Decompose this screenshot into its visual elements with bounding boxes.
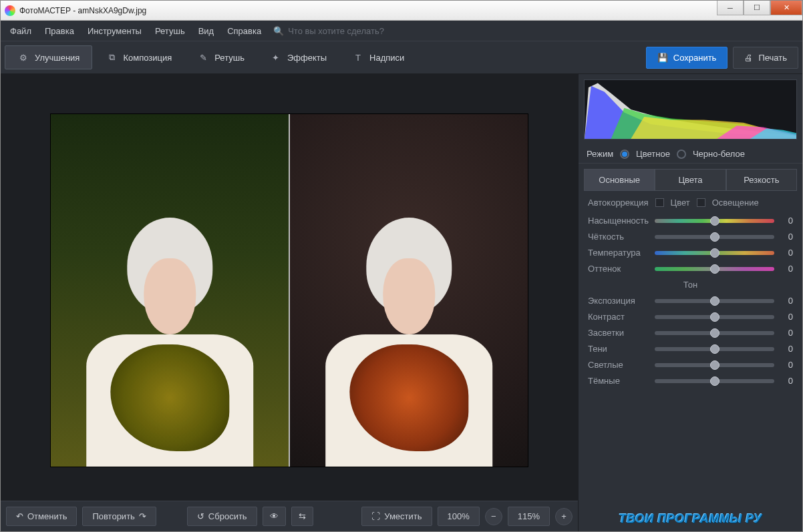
slider-thumb[interactable] <box>710 232 719 242</box>
reset-label: Сбросить <box>208 511 247 521</box>
minimize-button[interactable]: ─ <box>717 1 744 15</box>
slider-track[interactable] <box>655 299 774 303</box>
bottom-bar: ↶Отменить Повторить↷ ↺Сбросить 👁 ⇆ ⛶Умес… <box>1 501 578 531</box>
app-icon <box>5 5 15 16</box>
tone-section-title: Тон <box>588 280 793 290</box>
side-tab-sharp[interactable]: Резкость <box>726 169 797 191</box>
zoom-actual-display[interactable]: 115% <box>508 507 550 526</box>
slider-track[interactable] <box>655 347 774 351</box>
slider-thumb[interactable] <box>710 216 719 226</box>
slider-thumb[interactable] <box>710 328 719 338</box>
tab-captions[interactable]: TНадписи <box>340 46 416 69</box>
slider-thumb[interactable] <box>710 312 719 322</box>
autocorrect-label: Автокоррекция <box>588 198 649 208</box>
fit-button[interactable]: ⛶Уместить <box>361 507 432 526</box>
slider-label: Оттенок <box>588 264 648 274</box>
tab-retouch-label: Ретушь <box>214 53 245 63</box>
save-button[interactable]: 💾Сохранить <box>646 47 728 69</box>
zoom-out-button[interactable]: − <box>485 508 502 525</box>
slider-track[interactable] <box>655 267 774 271</box>
slider-track[interactable] <box>655 251 774 255</box>
preview-before <box>51 114 289 467</box>
tab-retouch[interactable]: ✎Ретушь <box>185 46 257 69</box>
slider-thumb[interactable] <box>710 376 719 386</box>
print-icon: 🖨 <box>744 53 753 63</box>
tab-composition-label: Композиция <box>123 53 172 63</box>
slider-track[interactable] <box>655 219 774 223</box>
tab-effects-label: Эффекты <box>287 53 327 63</box>
menu-tools[interactable]: Инструменты <box>81 22 148 40</box>
menu-edit[interactable]: Правка <box>38 22 81 40</box>
mode-bw-label[interactable]: Черно-белое <box>693 149 745 159</box>
slider-label: Чёткость <box>588 232 648 242</box>
mode-color-label[interactable]: Цветное <box>636 149 670 159</box>
side-tab-colors[interactable]: Цвета <box>655 169 726 191</box>
print-label: Печать <box>758 53 787 63</box>
slider-label: Засветки <box>588 328 648 338</box>
auto-light-label[interactable]: Освещение <box>712 198 759 208</box>
slider-row: Светлые 0 <box>588 360 793 370</box>
redo-label: Повторить <box>92 511 134 521</box>
zoom-fit-display[interactable]: 100% <box>438 507 480 526</box>
slider-thumb[interactable] <box>710 344 719 354</box>
auto-light-checkbox[interactable] <box>697 198 705 207</box>
auto-color-checkbox[interactable] <box>655 198 664 207</box>
slider-thumb[interactable] <box>710 296 719 306</box>
slider-value: 0 <box>781 296 793 306</box>
slider-label: Светлые <box>588 360 648 370</box>
slider-track[interactable] <box>655 235 774 239</box>
slider-row: Насыщенность 0 <box>588 216 793 226</box>
slider-track[interactable] <box>655 379 774 383</box>
maximize-button[interactable]: ☐ <box>744 1 770 15</box>
tab-enhance[interactable]: ⚙Улучшения <box>5 45 92 69</box>
menu-retouch[interactable]: Ретушь <box>148 22 192 40</box>
side-tab-basic[interactable]: Основные <box>584 169 655 191</box>
menubar: Файл Правка Инструменты Ретушь Вид Справ… <box>1 21 802 41</box>
slider-thumb[interactable] <box>710 264 719 274</box>
window-title: ФотоМАСТЕР - amNskXA9gDw.jpg <box>19 6 717 15</box>
slider-thumb[interactable] <box>710 248 719 258</box>
reset-button[interactable]: ↺Сбросить <box>187 507 257 526</box>
auto-color-label[interactable]: Цвет <box>671 198 690 208</box>
slider-row: Температура 0 <box>588 248 793 258</box>
slider-track[interactable] <box>655 315 774 319</box>
zoom-in-button[interactable]: + <box>555 508 573 525</box>
image-split-preview[interactable] <box>50 113 528 467</box>
slider-track[interactable] <box>655 363 774 367</box>
search-input[interactable]: Что вы хотите сделать? <box>288 26 384 36</box>
slider-label: Тёмные <box>588 376 648 386</box>
undo-icon: ↶ <box>16 511 23 521</box>
preview-toggle-button[interactable]: 👁 <box>263 507 286 526</box>
slider-track[interactable] <box>655 331 774 335</box>
tab-composition[interactable]: ⧉Композиция <box>94 46 184 69</box>
slider-label: Контраст <box>588 312 648 322</box>
undo-label: Отменить <box>27 511 67 521</box>
menu-file[interactable]: Файл <box>3 22 38 40</box>
tab-captions-label: Надписи <box>369 53 404 63</box>
menu-view[interactable]: Вид <box>192 22 221 40</box>
compare-button[interactable]: ⇆ <box>291 507 313 526</box>
mode-bw-radio[interactable] <box>677 150 686 159</box>
undo-button[interactable]: ↶Отменить <box>6 507 77 526</box>
sliders-icon: ⚙ <box>17 51 29 63</box>
slider-row: Чёткость 0 <box>588 232 793 242</box>
fit-icon: ⛶ <box>371 511 380 521</box>
slider-thumb[interactable] <box>710 360 719 370</box>
slider-value: 0 <box>781 248 793 258</box>
slider-value: 0 <box>781 360 793 370</box>
histogram[interactable] <box>584 79 797 140</box>
crop-icon: ⧉ <box>106 51 118 63</box>
print-button[interactable]: 🖨Печать <box>733 47 798 69</box>
mode-label: Режим <box>587 149 613 159</box>
brush-icon: ✎ <box>197 51 209 63</box>
slider-label: Температура <box>588 248 648 258</box>
slider-row: Тёмные 0 <box>588 376 793 386</box>
mode-color-radio[interactable] <box>620 150 629 159</box>
slider-value: 0 <box>781 216 793 226</box>
close-button[interactable]: ✕ <box>770 1 802 15</box>
slider-value: 0 <box>781 344 793 354</box>
tab-effects[interactable]: ✦Эффекты <box>258 46 339 69</box>
redo-button[interactable]: Повторить↷ <box>82 507 156 526</box>
preview-after <box>289 114 528 467</box>
menu-help[interactable]: Справка <box>220 22 268 40</box>
